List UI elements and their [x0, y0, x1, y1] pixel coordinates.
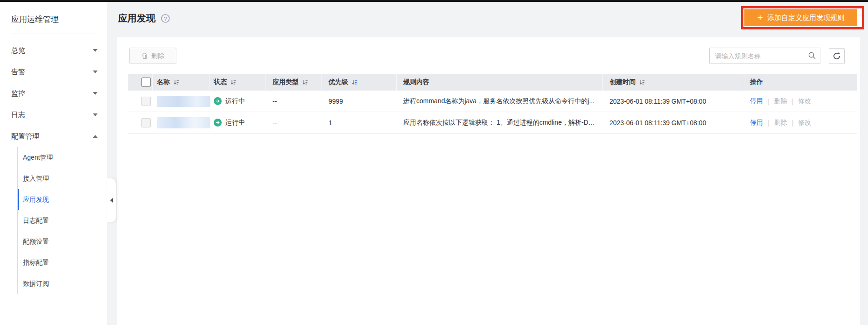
chevron-down-icon: [93, 49, 98, 52]
sidebar-item-quota-settings[interactable]: 配额设置: [18, 231, 107, 252]
sort-icon[interactable]: [173, 79, 179, 85]
row-checkbox[interactable]: [141, 97, 151, 106]
collapse-icon: [110, 198, 113, 203]
sidebar-item-log[interactable]: 日志: [0, 104, 107, 126]
delete-action[interactable]: 删除: [774, 119, 787, 127]
sidebar-item-monitor[interactable]: 监控: [0, 83, 107, 104]
plus-icon: +: [757, 13, 763, 22]
sidebar-divider: [11, 34, 96, 34]
sort-icon[interactable]: [302, 79, 308, 85]
status-running-icon: [214, 97, 222, 105]
sidebar-item-label: 告警: [11, 68, 25, 77]
sidebar-item-metric-config[interactable]: 指标配置: [18, 252, 107, 273]
app-type-cell: --: [266, 119, 322, 127]
table-row: 运行中 -- 1 应用名称依次按以下逻辑获取： 1、通过进程的cmdline，解…: [128, 112, 857, 134]
sidebar-item-application-discovery[interactable]: 应用发现: [18, 189, 107, 210]
sidebar: 应用运维管理 总览 告警 监控 日志 配置管理 Agent管理 接入管理 应用发…: [0, 2, 107, 325]
sidebar-item-overview[interactable]: 总览: [0, 40, 107, 61]
chevron-down-icon: [93, 92, 98, 95]
col-header-name: 名称: [157, 78, 170, 86]
sidebar-item-label: 总览: [11, 46, 25, 55]
modify-action[interactable]: 修改: [798, 119, 811, 127]
created-time-cell: 2023-06-01 08:11:39 GMT+08:00: [603, 119, 744, 127]
search-input[interactable]: [709, 48, 820, 64]
sort-icon-active[interactable]: [351, 79, 357, 85]
window-top-edge: [0, 0, 868, 2]
sidebar-item-data-subscription[interactable]: 数据订阅: [18, 273, 107, 294]
rule-content-cell: 进程command名称为java，服务名依次按照优先级从命令行中的j...: [403, 97, 595, 106]
page-header: 应用发现 ?: [118, 12, 170, 25]
col-header-created-time: 创建时间: [609, 78, 636, 86]
help-icon[interactable]: ?: [161, 14, 170, 23]
sidebar-item-config-management[interactable]: 配置管理: [0, 126, 107, 147]
content-card: 删除 名称 状态: [117, 37, 860, 325]
sidebar-item-label: 日志: [11, 111, 25, 120]
trash-icon: [141, 52, 148, 59]
status-text: 运行中: [225, 97, 245, 106]
app-title: 应用运维管理: [0, 2, 107, 25]
delete-action[interactable]: 删除: [774, 97, 787, 106]
action-separator: |: [792, 119, 794, 127]
search-icon[interactable]: [808, 51, 816, 60]
chevron-up-icon: [93, 135, 98, 138]
table-row: 运行中 -- 9999 进程command名称为java，服务名依次按照优先级从…: [128, 91, 857, 112]
col-header-rule-content: 规则内容: [403, 78, 429, 86]
row-checkbox[interactable]: [141, 118, 151, 127]
priority-cell: 9999: [322, 98, 397, 105]
sidebar-subnav: Agent管理 接入管理 应用发现 日志配置 配额设置 指标配置 数据订阅: [17, 147, 107, 294]
page-title: 应用发现: [118, 12, 155, 25]
rule-search: [709, 48, 820, 64]
sidebar-item-log-config[interactable]: 日志配置: [18, 210, 107, 231]
modify-action[interactable]: 修改: [798, 97, 811, 106]
rule-content-cell: 应用名称依次按以下逻辑获取： 1、通过进程的cmdline，解析-Da...: [403, 119, 596, 127]
action-separator: |: [792, 98, 794, 105]
action-separator: |: [768, 119, 770, 127]
status-running-icon: [214, 119, 222, 127]
annotation-highlight-box: + 添加自定义应用发现规则: [741, 6, 864, 29]
sort-icon[interactable]: [639, 79, 645, 85]
chevron-down-icon: [93, 71, 98, 73]
created-time-cell: 2023-06-01 08:11:39 GMT+08:00: [603, 98, 744, 105]
delete-button[interactable]: 删除: [129, 48, 176, 64]
sidebar-item-label: 监控: [11, 89, 25, 98]
col-header-status: 状态: [214, 78, 227, 86]
status-text: 运行中: [225, 119, 245, 127]
add-button-label: 添加自定义应用发现规则: [767, 14, 844, 22]
rules-table: 名称 状态 应用类型 优先级: [128, 74, 857, 134]
col-header-priority: 优先级: [329, 78, 348, 86]
app-type-cell: --: [266, 98, 322, 105]
table-header-row: 名称 状态 应用类型 优先级: [128, 74, 857, 91]
action-separator: |: [768, 98, 770, 105]
redacted-rule-name: [157, 96, 210, 107]
col-header-app-type: 应用类型: [273, 78, 299, 86]
delete-button-label: 删除: [151, 52, 164, 60]
sidebar-item-access-management[interactable]: 接入管理: [18, 168, 107, 189]
svg-text:?: ?: [164, 16, 167, 21]
sidebar-item-agent-management[interactable]: Agent管理: [18, 147, 107, 168]
sidebar-item-label: 配置管理: [11, 132, 39, 141]
sidebar-nav: 总览 告警 监控 日志 配置管理: [0, 40, 107, 147]
pause-action[interactable]: 停用: [750, 119, 763, 127]
sidebar-item-alarm[interactable]: 告警: [0, 61, 107, 83]
refresh-icon: [833, 52, 841, 60]
add-custom-discovery-rule-button[interactable]: + 添加自定义应用发现规则: [744, 9, 857, 26]
sidebar-collapse-handle[interactable]: [107, 178, 116, 222]
refresh-button[interactable]: [829, 48, 845, 64]
chevron-down-icon: [93, 113, 98, 116]
col-header-actions: 操作: [750, 78, 763, 86]
select-all-checkbox[interactable]: [141, 78, 151, 87]
priority-cell: 1: [322, 119, 397, 127]
redacted-rule-name: [157, 117, 210, 128]
sort-icon[interactable]: [230, 79, 236, 85]
pause-action[interactable]: 停用: [750, 97, 763, 106]
